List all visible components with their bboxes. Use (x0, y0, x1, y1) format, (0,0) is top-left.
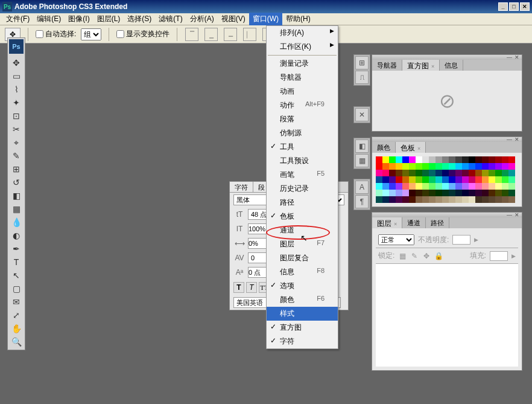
color-swatch[interactable] (495, 163, 502, 170)
tab-paths[interactable]: 路径 (426, 217, 449, 228)
color-swatch[interactable] (442, 190, 449, 196)
color-swatch[interactable] (475, 190, 482, 196)
color-swatch[interactable] (502, 163, 508, 170)
panel-close-icon[interactable]: ✕ (515, 54, 519, 60)
color-swatch[interactable] (495, 183, 502, 190)
eraser-tool[interactable]: ◧ (9, 189, 24, 202)
zoom-tool[interactable]: 🔍 (9, 335, 24, 348)
color-swatch[interactable] (455, 196, 462, 203)
color-swatch[interactable] (416, 196, 422, 203)
menu-tools[interactable]: ✓工具 (267, 140, 338, 154)
color-swatch[interactable] (435, 156, 442, 163)
dodge-tool[interactable]: ◐ (9, 229, 24, 242)
color-swatch[interactable] (382, 196, 389, 203)
color-swatch[interactable] (475, 196, 482, 203)
tab-layers[interactable]: 图层× (372, 217, 402, 228)
close-button[interactable]: ✕ (520, 2, 530, 11)
menu-clone-source[interactable]: 仿制源 (267, 126, 338, 140)
color-swatch[interactable] (382, 163, 389, 170)
move-tool[interactable]: ✥ (9, 56, 24, 69)
color-swatch[interactable] (475, 163, 482, 170)
color-swatch[interactable] (376, 183, 382, 190)
color-swatch[interactable] (508, 163, 515, 170)
tab-info[interactable]: 信息 (440, 60, 463, 71)
color-swatch[interactable] (489, 163, 495, 170)
opacity-input[interactable] (452, 235, 470, 245)
menu-filter[interactable]: 滤镜(T) (155, 13, 186, 25)
color-swatch[interactable] (396, 196, 402, 203)
menu-image[interactable]: 图像(I) (65, 13, 93, 25)
lasso-tool[interactable]: ⌇ (9, 83, 24, 96)
color-swatch[interactable] (508, 183, 515, 190)
color-swatch[interactable] (502, 156, 508, 163)
color-swatch[interactable] (469, 190, 475, 196)
blur-tool[interactable]: 💧 (9, 216, 24, 229)
color-swatch[interactable] (449, 156, 455, 163)
color-swatch[interactable] (469, 196, 475, 203)
color-swatch[interactable] (416, 156, 422, 163)
lock-all-icon[interactable]: 🔒 (434, 252, 443, 260)
color-swatch[interactable] (376, 196, 382, 203)
swatches-grid[interactable] (372, 153, 522, 207)
panel-close-icon[interactable]: ✕ (515, 212, 519, 218)
color-swatch[interactable] (442, 163, 449, 170)
color-swatch[interactable] (508, 176, 515, 183)
show-transform-option[interactable]: 显示变换控件 (116, 29, 169, 39)
menu-help[interactable]: 帮助(H) (282, 13, 314, 25)
menu-layer-comps[interactable]: 图层复合 (267, 251, 338, 265)
menu-animation[interactable]: 动画 (267, 85, 338, 98)
tab-swatches[interactable]: 色板× (396, 142, 426, 153)
color-swatch[interactable] (402, 176, 409, 183)
color-swatch[interactable] (429, 163, 435, 170)
menu-character[interactable]: ✓字符 (267, 335, 338, 348)
menu-paragraph[interactable]: 段落 (267, 112, 338, 126)
dock-swatches-icon[interactable]: ▦ (355, 154, 369, 167)
color-swatch[interactable] (495, 196, 502, 203)
color-swatch[interactable] (402, 156, 409, 163)
color-swatch[interactable] (455, 183, 462, 190)
color-swatch[interactable] (442, 176, 449, 183)
color-swatch[interactable] (422, 196, 429, 203)
color-swatch[interactable] (396, 156, 402, 163)
color-swatch[interactable] (482, 163, 489, 170)
color-swatch[interactable] (422, 170, 429, 176)
panel-close-icon[interactable]: ✕ (515, 136, 519, 143)
brush-tool[interactable]: ✎ (9, 149, 24, 162)
color-swatch[interactable] (422, 183, 429, 190)
color-swatch[interactable] (435, 183, 442, 190)
layers-list[interactable] (376, 264, 518, 367)
color-swatch[interactable] (389, 196, 396, 203)
color-swatch[interactable] (482, 190, 489, 196)
fill-arrow-icon[interactable]: ▶ (511, 253, 516, 259)
color-swatch[interactable] (376, 170, 382, 176)
menu-options[interactable]: ✓选项 (267, 279, 338, 293)
align-top-icon[interactable]: ⎺ (185, 28, 198, 41)
color-swatch[interactable] (469, 156, 475, 163)
auto-select-target[interactable]: 组 (81, 28, 101, 40)
color-swatch[interactable] (462, 190, 469, 196)
color-swatch[interactable] (402, 183, 409, 190)
history-brush-tool[interactable]: ↺ (9, 176, 24, 189)
color-swatch[interactable] (475, 183, 482, 190)
align-bottom-icon[interactable]: ⎽ (224, 28, 237, 41)
color-swatch[interactable] (389, 156, 396, 163)
color-swatch[interactable] (409, 183, 416, 190)
color-swatch[interactable] (389, 163, 396, 170)
marquee-tool[interactable]: ▭ (9, 69, 24, 83)
menu-workspace[interactable]: 工作区(K)▶ (267, 40, 338, 54)
color-swatch[interactable] (382, 190, 389, 196)
color-swatch[interactable] (435, 196, 442, 203)
tab-channels[interactable]: 通道 (402, 217, 426, 228)
menu-select[interactable]: 选择(S) (124, 13, 155, 25)
color-swatch[interactable] (469, 176, 475, 183)
color-swatch[interactable] (449, 183, 455, 190)
color-swatch[interactable] (462, 156, 469, 163)
color-swatch[interactable] (409, 163, 416, 170)
color-swatch[interactable] (429, 190, 435, 196)
menu-actions[interactable]: 动作Alt+F9 (267, 98, 338, 112)
lock-transparency-icon[interactable]: ▦ (398, 252, 407, 260)
bold-button[interactable]: T (233, 282, 244, 293)
stamp-tool[interactable]: ⊞ (9, 162, 24, 176)
dock-navigator-icon[interactable]: ⊞ (355, 56, 369, 69)
color-swatch[interactable] (455, 190, 462, 196)
